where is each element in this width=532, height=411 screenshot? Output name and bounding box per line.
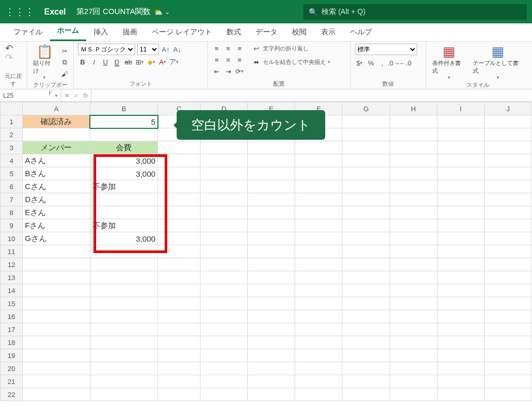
cell[interactable]: [90, 284, 158, 297]
cell[interactable]: [200, 336, 247, 349]
row-header[interactable]: 11: [1, 245, 23, 258]
cell[interactable]: [437, 323, 484, 336]
cell[interactable]: [158, 271, 201, 284]
cell[interactable]: [342, 115, 390, 128]
cell-A5[interactable]: Bさん: [22, 167, 90, 180]
cell[interactable]: [484, 206, 531, 219]
cell[interactable]: [437, 193, 484, 206]
cell[interactable]: [200, 323, 247, 336]
cell[interactable]: [158, 362, 201, 375]
cut-icon[interactable]: ✂: [60, 46, 69, 56]
cell[interactable]: [437, 336, 484, 349]
tab-file[interactable]: ファイル: [6, 23, 50, 41]
cell[interactable]: [248, 362, 295, 375]
cell[interactable]: [390, 310, 437, 323]
cell[interactable]: [484, 323, 531, 336]
cell-A4[interactable]: Aさん: [22, 154, 90, 167]
title-dropdown-icon[interactable]: ⌄: [165, 8, 170, 16]
cell[interactable]: [158, 388, 201, 401]
cell[interactable]: [484, 193, 531, 206]
cell[interactable]: [437, 154, 484, 167]
increase-font-icon[interactable]: A↑: [161, 45, 170, 54]
cell[interactable]: [248, 219, 295, 232]
cell[interactable]: [484, 154, 531, 167]
cell[interactable]: [342, 310, 390, 323]
cell-A1[interactable]: 確認済み: [22, 115, 90, 128]
italic-button[interactable]: I: [89, 57, 99, 67]
row-header[interactable]: 17: [1, 323, 23, 336]
cell[interactable]: [200, 219, 247, 232]
cell[interactable]: [484, 271, 531, 284]
decrease-decimal-icon[interactable]: ←.0: [401, 58, 410, 68]
borders-button[interactable]: ⊞▾: [135, 57, 144, 67]
cell[interactable]: [437, 167, 484, 180]
font-size-select[interactable]: 11: [137, 44, 159, 55]
col-header[interactable]: B: [90, 102, 158, 115]
currency-icon[interactable]: $▾: [355, 58, 364, 68]
cell[interactable]: [90, 271, 158, 284]
cell[interactable]: [437, 141, 484, 154]
row-header[interactable]: 6: [1, 180, 23, 193]
cell[interactable]: [248, 349, 295, 362]
cell[interactable]: [342, 167, 390, 180]
cell[interactable]: [390, 154, 437, 167]
cell-A7[interactable]: Dさん: [22, 193, 90, 206]
cell-A9[interactable]: Fさん: [22, 219, 90, 232]
cell[interactable]: [200, 193, 247, 206]
cell[interactable]: [437, 297, 484, 310]
strike-button[interactable]: ab: [124, 57, 133, 67]
cell[interactable]: [390, 232, 437, 245]
cell[interactable]: [484, 258, 531, 271]
cell[interactable]: [200, 297, 247, 310]
tab-help[interactable]: ヘルプ: [343, 23, 379, 41]
cell[interactable]: [248, 388, 295, 401]
underline-button[interactable]: U: [101, 57, 110, 67]
row-header[interactable]: 20: [1, 362, 23, 375]
cell[interactable]: [484, 310, 531, 323]
cell[interactable]: [437, 219, 484, 232]
cell[interactable]: [342, 128, 390, 141]
cell[interactable]: [22, 128, 90, 141]
cell[interactable]: [158, 284, 201, 297]
row-header[interactable]: 4: [1, 154, 23, 167]
cell[interactable]: [248, 141, 295, 154]
cell[interactable]: [158, 375, 201, 388]
app-launcher-icon[interactable]: ⋮⋮⋮: [5, 6, 35, 18]
cell[interactable]: [158, 193, 201, 206]
cell[interactable]: [437, 206, 484, 219]
cell[interactable]: [484, 167, 531, 180]
cell[interactable]: [200, 141, 247, 154]
cell[interactable]: [295, 167, 342, 180]
cell[interactable]: [22, 284, 90, 297]
cell[interactable]: [437, 310, 484, 323]
cell[interactable]: [484, 375, 531, 388]
cell[interactable]: [90, 323, 158, 336]
cell[interactable]: [295, 141, 342, 154]
cell[interactable]: [295, 219, 342, 232]
formula-input[interactable]: [91, 89, 532, 101]
redo-icon[interactable]: ↷: [4, 53, 14, 62]
cell[interactable]: [200, 271, 247, 284]
decrease-font-icon[interactable]: A↓: [172, 45, 182, 54]
format-painter-icon[interactable]: 🖌: [60, 69, 69, 78]
col-header[interactable]: I: [437, 102, 484, 115]
row-header[interactable]: 3: [1, 141, 23, 154]
tab-review[interactable]: 校閲: [285, 23, 314, 41]
cell[interactable]: [342, 388, 390, 401]
cell[interactable]: [437, 271, 484, 284]
cell[interactable]: [22, 323, 90, 336]
cell[interactable]: [22, 362, 90, 375]
cell[interactable]: [90, 245, 158, 258]
orientation-icon[interactable]: ⟳▾: [235, 67, 244, 76]
cell[interactable]: [248, 232, 295, 245]
cell[interactable]: [200, 154, 247, 167]
cell[interactable]: [158, 154, 201, 167]
paste-button[interactable]: 📋 貼り付け ▾: [31, 44, 58, 81]
cell[interactable]: [248, 154, 295, 167]
cell[interactable]: [248, 336, 295, 349]
cell[interactable]: [437, 180, 484, 193]
cell[interactable]: [158, 297, 201, 310]
cell[interactable]: [90, 297, 158, 310]
cell[interactable]: [158, 180, 201, 193]
cell[interactable]: [248, 245, 295, 258]
